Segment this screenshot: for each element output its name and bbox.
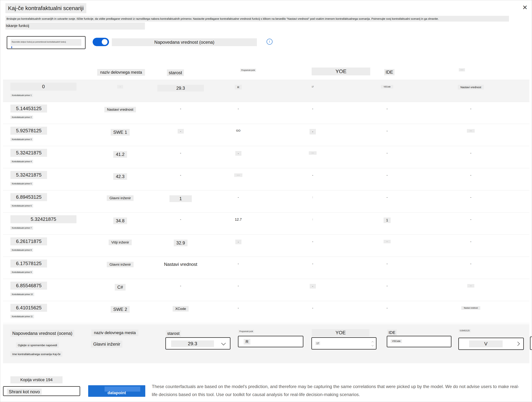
cell-value: 1 — [384, 217, 391, 223]
cell-value: - — [312, 240, 313, 244]
info-icon[interactable]: i — [266, 39, 272, 45]
table-row[interactable]: 5.32421875Kontrafaktualni primer 441.2--… — [3, 146, 529, 168]
chevron-right-icon — [516, 342, 520, 346]
close-icon[interactable]: ✕ — [520, 3, 530, 12]
search-input[interactable]: Razvrstite stolpce funkcij po pomembnost… — [7, 36, 86, 49]
scenario-name-input[interactable]: Shrani kot novo — [3, 386, 80, 396]
table-cell: - — [419, 168, 523, 190]
cell-value: GO — [236, 129, 240, 132]
table-cell: GO — [207, 124, 270, 146]
column-header-yoe: YOE — [312, 68, 370, 75]
counterfactual-example-label: Kontrafaktualni primer 6 — [10, 204, 33, 208]
cell-value: - — [238, 306, 239, 310]
cell-value: ···· — [467, 129, 475, 133]
field-job-title-label: naziv delovnega mesta — [91, 329, 138, 336]
counterfactual-name-cell: 5.32421875Kontrafaktualni primer 7 — [6, 213, 86, 234]
page-title: Kaj-če kontrafaktualni scenariji — [5, 3, 86, 13]
clipped-control[interactable] — [530, 337, 532, 350]
save-datapoint-button[interactable]: datapoint — [88, 385, 145, 397]
scenario-name-input-value: Shrani kot novo — [7, 389, 42, 395]
cell-value: - — [312, 173, 313, 177]
counterfactual-name-cell: 5.32421875Kontrafaktualni primer 5 — [6, 168, 86, 190]
cell-value: XCode — [173, 306, 189, 312]
spinner-arrows-icon[interactable] — [371, 340, 374, 347]
table-cell: VSCode — [355, 80, 419, 102]
table-cell: - — [270, 279, 355, 301]
counterfactual-name-cell: 6.85546875Kontrafaktualni primer 10 — [6, 279, 86, 301]
table-cell: Glavni inženir — [86, 191, 155, 212]
table-cell: - — [270, 257, 355, 279]
cell-value: - — [310, 129, 316, 134]
table-cell: R — [207, 80, 270, 102]
cell-value: - — [386, 195, 388, 199]
cell-value: VSCode — [381, 85, 393, 89]
table-row[interactable]: 0Kontrafaktualni primer 1·29.3R17VSCodeN… — [3, 80, 529, 102]
counterfactual-example-label: Kontrafaktualni primer 10 — [10, 293, 34, 296]
cell-value: 42.3 — [113, 173, 127, 180]
table-row[interactable]: 5.92578125Kontrafaktualni primer 3SWE 1-… — [3, 124, 529, 146]
cell-value: - — [470, 151, 471, 155]
age-dropdown[interactable]: 29.3 — [165, 337, 230, 350]
table-cell: 32.9 — [155, 235, 207, 256]
table-row[interactable]: 5.14453125Kontrafaktualni primer 2Nastav… — [3, 102, 529, 124]
table-row[interactable]: 6.41015625Kontrafaktualni primer 11SWE 2… — [3, 301, 529, 323]
counterfactual-example-label: Kontrafaktualni primer 7 — [10, 226, 33, 230]
column-header-ide: IDE — [384, 69, 394, 75]
cell-value: - — [386, 306, 388, 310]
cell-value: · — [117, 85, 123, 89]
table-cell: 42.3 — [86, 168, 155, 190]
field-extra-label: 6.89453125 — [459, 329, 471, 332]
field-language-label: Programski jezik — [238, 330, 254, 333]
ide-field[interactable]: VSCode — [387, 336, 451, 347]
table-row[interactable]: 5.32421875Kontrafaktualni primer 542.3-·… — [3, 168, 529, 191]
table-row[interactable]: 6.17578125Kontrafaktualni primer 9Glavni… — [3, 257, 529, 279]
cell-value: - — [312, 306, 313, 310]
counterfactual-example-label: Kontrafaktualni primer 9 — [10, 270, 33, 274]
extra-dropdown[interactable]: V — [458, 338, 524, 350]
cell-value: - — [386, 151, 388, 155]
table-row[interactable]: 6.26171875Kontrafaktualni primer 8Višji … — [3, 235, 529, 257]
cell-value: - — [312, 262, 313, 266]
language-field[interactable]: R — [238, 336, 303, 347]
age-dropdown-value: 29.3 — [171, 340, 214, 347]
see-prediction-changes-link[interactable]: Oglejte si spremembe napovedi — [16, 343, 59, 348]
yoe-spinner[interactable]: 17 — [311, 337, 376, 350]
cell-value: - — [386, 262, 388, 266]
column-header-job-title: naziv delovnega mesta — [97, 69, 145, 76]
table-cell: - — [155, 168, 207, 190]
table-cell: SWE 1 — [86, 124, 155, 146]
cell-value: SWE 2 — [111, 306, 130, 313]
table-row[interactable]: 6.85546875Kontrafaktualni primer 10C#---… — [3, 279, 529, 301]
table-row[interactable]: 5.32421875Kontrafaktualni primer 734.8-1… — [3, 213, 529, 235]
cell-value: ⋮ — [312, 196, 314, 198]
table-cell: ···· — [419, 124, 523, 146]
table-cell: - — [155, 213, 207, 234]
table-row[interactable]: 6.89453125Kontrafaktualni primer 6Glavni… — [3, 191, 529, 213]
table-cell: 1 — [155, 191, 207, 212]
field-age-label: starost — [166, 330, 181, 337]
table-cell: - — [355, 279, 419, 301]
set-value-link[interactable]: Nastavi vrednost — [164, 262, 197, 267]
cell-value: - — [238, 284, 239, 288]
set-value-link[interactable]: Nastavi vrednost — [104, 107, 136, 112]
set-value-link[interactable]: Nastavi vrednost — [458, 85, 484, 89]
prediction-toggle-label: Napovedana vrednost (ocena) — [112, 38, 257, 46]
cell-value: - — [470, 262, 471, 266]
extra-dropdown-value: V — [469, 340, 503, 347]
table-cell: - — [355, 191, 419, 212]
cell-value: - — [470, 217, 471, 222]
table-cell: - — [207, 146, 270, 168]
set-value-link[interactable]: Nastavi vrednost — [461, 306, 480, 310]
cell-value: - — [470, 240, 471, 244]
cell-value: - — [180, 151, 181, 155]
search-features-label: Iskanje funkcij — [5, 23, 145, 30]
table-cell: Nastavi vrednost — [419, 80, 523, 102]
table-cell: - — [270, 301, 355, 323]
cell-value: Glavni inženir — [107, 195, 133, 201]
field-job-title-value[interactable]: Glavni inženir — [91, 341, 122, 348]
cell-value: 12.7 — [235, 217, 242, 222]
cell-value: - — [470, 195, 471, 199]
table-cell: - — [270, 124, 355, 146]
prediction-toggle[interactable] — [93, 38, 109, 46]
search-hint-text: Razvrstite stolpce funkcij po pomembnost… — [11, 39, 81, 46]
